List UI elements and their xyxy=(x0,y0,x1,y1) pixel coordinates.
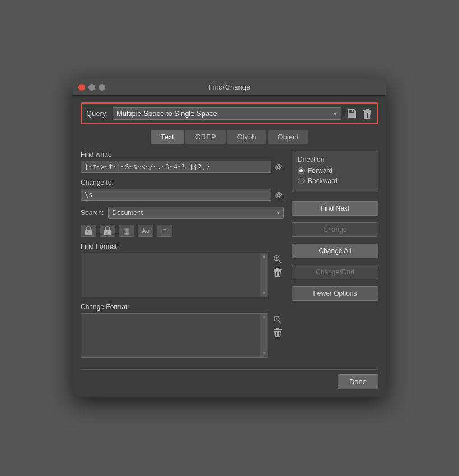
svg-text:a: a xyxy=(106,231,107,234)
find-format-side-icons: T xyxy=(271,253,284,278)
svg-line-6 xyxy=(279,260,282,263)
tab-glyph[interactable]: Glyph xyxy=(227,130,266,144)
change-format-scrollbar[interactable]: ▲ ▼ xyxy=(260,314,268,357)
lock-on-icon[interactable]: A xyxy=(81,225,96,237)
scroll-down-arrow2: ▼ xyxy=(262,352,266,356)
layer-icon[interactable]: ▦ xyxy=(119,225,134,237)
svg-text:T: T xyxy=(275,256,278,260)
left-panel: Find what: @, Change to: @, xyxy=(81,151,284,363)
svg-line-9 xyxy=(279,321,282,324)
change-find-button[interactable]: Change/Find xyxy=(292,265,378,279)
delete-query-button[interactable] xyxy=(362,108,373,120)
svg-rect-3 xyxy=(104,230,111,235)
maximize-button[interactable] xyxy=(99,84,105,91)
find-what-input[interactable] xyxy=(81,161,271,173)
query-row: Query: Multiple Space to Single Space No… xyxy=(81,102,378,124)
toolbar-row: A a ▦ Aa xyxy=(81,225,284,237)
search-select[interactable]: Document Story Selection All Documents xyxy=(108,207,284,219)
tab-text[interactable]: Text xyxy=(151,130,184,144)
fewer-options-button[interactable]: Fewer Options xyxy=(292,286,378,301)
backward-label: Backward xyxy=(308,177,338,185)
doc-icon[interactable]: ≡ xyxy=(157,225,172,237)
minimize-button[interactable] xyxy=(88,84,95,91)
backward-radio-row: Backward xyxy=(298,177,372,185)
scroll-down-arrow: ▼ xyxy=(262,291,266,296)
direction-title: Direction xyxy=(298,156,372,164)
change-to-label: Change to: xyxy=(81,179,284,186)
svg-rect-0 xyxy=(348,114,355,117)
traffic-lights xyxy=(78,84,105,91)
change-to-input-wrapper xyxy=(81,189,271,201)
find-format-box-wrapper: ▲ ▼ T xyxy=(81,253,284,297)
search-row: Search: Document Story Selection All Doc… xyxy=(81,207,284,219)
forward-label: Forward xyxy=(308,167,332,175)
query-select[interactable]: Multiple Space to Single Space None xyxy=(113,107,341,120)
dialog-content: Query: Multiple Space to Single Space No… xyxy=(73,96,386,397)
find-change-dialog: Find/Change Query: Multiple Space to Sin… xyxy=(73,79,386,397)
change-button[interactable]: Change xyxy=(292,222,378,237)
window-title: Find/Change xyxy=(209,83,250,91)
search-label: Search: xyxy=(81,209,104,217)
scroll-up-arrow: ▲ xyxy=(262,254,266,259)
direction-box: Direction Forward Backward xyxy=(292,151,378,192)
change-format-search-icon[interactable]: T xyxy=(271,314,284,325)
tab-grep[interactable]: GREP xyxy=(185,130,226,144)
query-select-wrapper: Multiple Space to Single Space None ▼ xyxy=(113,107,341,120)
find-format-scrollbar[interactable]: ▲ ▼ xyxy=(260,253,268,297)
change-format-box: ▲ ▼ xyxy=(81,313,268,358)
backward-radio[interactable] xyxy=(298,178,305,184)
find-next-button[interactable]: Find Next xyxy=(292,201,378,216)
done-row: Done xyxy=(81,369,378,389)
change-to-row: @, xyxy=(81,189,284,201)
tab-object[interactable]: Object xyxy=(268,130,309,144)
text-format-icon[interactable]: Aa xyxy=(138,225,153,237)
tabs-row: Text GREP Glyph Object xyxy=(81,130,378,144)
scroll-up-arrow2: ▲ xyxy=(262,315,266,319)
save-query-button[interactable] xyxy=(346,108,358,119)
find-what-suffix: @, xyxy=(275,163,284,171)
find-format-label: Find Format: xyxy=(81,242,284,250)
main-area: Find what: @, Change to: @, xyxy=(81,151,378,363)
change-to-input[interactable] xyxy=(81,189,271,201)
find-format-delete-icon[interactable] xyxy=(271,267,284,278)
forward-radio-row: Forward xyxy=(298,167,372,175)
right-panel: Direction Forward Backward Find Next Cha… xyxy=(292,151,378,363)
change-format-delete-icon[interactable] xyxy=(271,328,284,339)
find-format-search-icon[interactable]: T xyxy=(271,254,284,265)
forward-radio[interactable] xyxy=(298,167,305,174)
svg-text:T: T xyxy=(275,317,278,321)
change-format-section: Change Format: ▲ ▼ xyxy=(81,303,284,358)
done-button[interactable]: Done xyxy=(338,374,378,389)
find-format-box: ▲ ▼ xyxy=(81,253,268,297)
find-what-row: @, xyxy=(81,161,284,173)
change-to-suffix: @, xyxy=(275,191,284,199)
find-format-section: Find Format: ▲ ▼ xyxy=(81,242,284,297)
titlebar: Find/Change xyxy=(73,79,386,96)
query-label: Query: xyxy=(86,109,108,118)
find-what-input-wrapper xyxy=(81,161,271,173)
change-format-label: Change Format: xyxy=(81,303,284,311)
change-format-side-icons: T xyxy=(271,313,284,339)
search-select-wrapper: Document Story Selection All Documents ▼ xyxy=(108,207,284,219)
change-all-button[interactable]: Change All xyxy=(292,244,378,258)
change-format-box-wrapper: ▲ ▼ T xyxy=(81,313,284,358)
query-icons xyxy=(346,108,373,120)
close-button[interactable] xyxy=(78,84,85,91)
lock-off-icon[interactable]: a xyxy=(100,225,115,237)
find-what-label: Find what: xyxy=(81,151,284,158)
